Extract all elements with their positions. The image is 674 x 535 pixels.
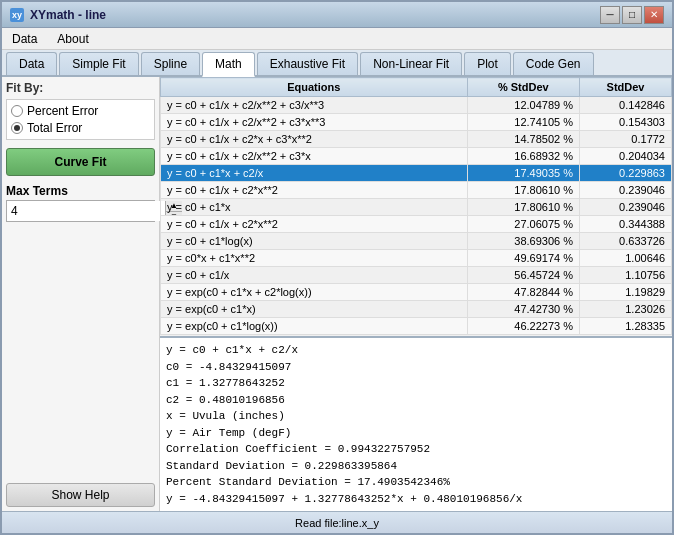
cell-pct-stddev: 12.74105 % — [467, 114, 579, 131]
cell-pct-stddev: 12.04789 % — [467, 97, 579, 114]
radio-group: Percent Error Total Error — [6, 99, 155, 140]
radio-circle-total — [11, 122, 23, 134]
table-row[interactable]: y = c0 + c1*log(x) 38.69306 % 0.633726 — [161, 233, 672, 250]
cell-stddev: 0.344388 — [580, 216, 672, 233]
radio-label-percent: Percent Error — [27, 104, 98, 118]
maximize-button[interactable]: □ — [622, 6, 642, 24]
cell-stddev: 0.1772 — [580, 131, 672, 148]
menu-about[interactable]: About — [51, 31, 94, 47]
radio-total-error[interactable]: Total Error — [11, 121, 150, 135]
cell-stddev: 1.19829 — [580, 284, 672, 301]
cell-stddev: 0.239046 — [580, 199, 672, 216]
max-terms-spinner: ▲ ▼ — [6, 200, 155, 222]
table-row[interactable]: y = c0 + c1/x + c2*x**2 27.06075 % 0.344… — [161, 216, 672, 233]
cell-pct-stddev: 47.82844 % — [467, 284, 579, 301]
tab-simple-fit[interactable]: Simple Fit — [59, 52, 138, 75]
tab-non-linear-fit[interactable]: Non-Linear Fit — [360, 52, 462, 75]
title-bar: xy XYmath - line ─ □ ✕ — [2, 2, 672, 28]
main-window: xy XYmath - line ─ □ ✕ Data About Data S… — [0, 0, 674, 535]
cell-pct-stddev: 17.80610 % — [467, 199, 579, 216]
output-line: c0 = -4.84329415097 — [166, 359, 666, 376]
cell-pct-stddev: 16.68932 % — [467, 148, 579, 165]
col-header-pct-stddev: % StdDev — [467, 78, 579, 97]
close-button[interactable]: ✕ — [644, 6, 664, 24]
right-panel: Equations % StdDev StdDev y = c0 + c1/x … — [160, 77, 672, 511]
max-terms-input[interactable] — [7, 201, 165, 221]
main-area: Fit By: Percent Error Total Error Curve … — [2, 77, 672, 511]
output-line: Percent Standard Deviation = 17.49035423… — [166, 474, 666, 491]
table-row[interactable]: y = exp(c0 + c1*x) 47.42730 % 1.23026 — [161, 301, 672, 318]
cell-equation: y = c0 + c1*x — [161, 199, 468, 216]
title-controls: ─ □ ✕ — [600, 6, 664, 24]
table-area[interactable]: Equations % StdDev StdDev y = c0 + c1/x … — [160, 77, 672, 336]
cell-pct-stddev: 17.49035 % — [467, 165, 579, 182]
show-help-button[interactable]: Show Help — [6, 483, 155, 507]
left-panel: Fit By: Percent Error Total Error Curve … — [2, 77, 160, 511]
tab-spline[interactable]: Spline — [141, 52, 200, 75]
table-row[interactable]: y = c0 + c1/x + c2/x**2 + c3/x**3 12.047… — [161, 97, 672, 114]
output-line: x = Uvula (inches) — [166, 408, 666, 425]
cell-pct-stddev: 56.45724 % — [467, 267, 579, 284]
tab-math[interactable]: Math — [202, 52, 255, 77]
radio-percent-error[interactable]: Percent Error — [11, 104, 150, 118]
cell-pct-stddev: 14.78502 % — [467, 131, 579, 148]
output-line: y = c0 + c1*x + c2/x — [166, 342, 666, 359]
cell-stddev: 1.28335 — [580, 318, 672, 335]
cell-pct-stddev: 17.80610 % — [467, 182, 579, 199]
output-line: c1 = 1.32778643252 — [166, 375, 666, 392]
cell-stddev: 0.142846 — [580, 97, 672, 114]
tab-exhaustive-fit[interactable]: Exhaustive Fit — [257, 52, 358, 75]
col-header-equations: Equations — [161, 78, 468, 97]
cell-equation: y = c0 + c1/x + c2*x**2 — [161, 216, 468, 233]
cell-pct-stddev: 38.69306 % — [467, 233, 579, 250]
tab-data[interactable]: Data — [6, 52, 57, 75]
table-row[interactable]: y = c0 + c1/x 56.45724 % 1.10756 — [161, 267, 672, 284]
table-row[interactable]: y = c0 + c1/x + c2/x**2 + c3*x 16.68932 … — [161, 148, 672, 165]
tab-plot[interactable]: Plot — [464, 52, 511, 75]
cell-equation: y = exp(c0 + c1*x) — [161, 301, 468, 318]
fit-by-label: Fit By: — [6, 81, 155, 95]
cell-pct-stddev: 46.22273 % — [467, 318, 579, 335]
cell-equation: y = c0 + c1/x + c2*x + c3*x**2 — [161, 131, 468, 148]
cell-equation: y = c0 + c1/x + c2/x**2 + c3*x — [161, 148, 468, 165]
title-bar-left: xy XYmath - line — [10, 8, 106, 22]
menu-bar: Data About — [2, 28, 672, 50]
cell-pct-stddev: 49.69174 % — [467, 250, 579, 267]
cell-stddev: 0.154303 — [580, 114, 672, 131]
table-row[interactable]: y = c0*x + c1*x**2 49.69174 % 1.00646 — [161, 250, 672, 267]
output-line: c2 = 0.48010196856 — [166, 392, 666, 409]
status-bar: Read file:line.x_y — [2, 511, 672, 533]
menu-data[interactable]: Data — [6, 31, 43, 47]
cell-equation: y = c0 + c1*x + c2/x — [161, 165, 468, 182]
col-header-stddev: StdDev — [580, 78, 672, 97]
cell-equation: y = c0 + c1/x + c2/x**2 + c3/x**3 — [161, 97, 468, 114]
radio-circle-percent — [11, 105, 23, 117]
cell-pct-stddev: 27.06075 % — [467, 216, 579, 233]
minimize-button[interactable]: ─ — [600, 6, 620, 24]
curve-fit-button[interactable]: Curve Fit — [6, 148, 155, 176]
cell-stddev: 1.00646 — [580, 250, 672, 267]
cell-equation: y = exp(c0 + c1*x + c2*log(x)) — [161, 284, 468, 301]
cell-equation: y = c0 + c1*log(x) — [161, 233, 468, 250]
table-row[interactable]: y = c0 + c1/x + c2/x**2 + c3*x**3 12.741… — [161, 114, 672, 131]
table-row[interactable]: y = c0 + c1/x + c2*x**2 17.80610 % 0.239… — [161, 182, 672, 199]
cell-pct-stddev: 47.42730 % — [467, 301, 579, 318]
table-row[interactable]: y = c0 + c1*x 17.80610 % 0.239046 — [161, 199, 672, 216]
status-text: Read file:line.x_y — [295, 517, 379, 529]
table-row[interactable]: y = exp(c0 + c1*log(x)) 46.22273 % 1.283… — [161, 318, 672, 335]
max-terms-label: Max Terms — [6, 184, 155, 198]
app-icon: xy — [10, 8, 24, 22]
output-line: Standard Deviation = 0.229863395864 — [166, 458, 666, 475]
cell-equation: y = c0*x + c1*x**2 — [161, 250, 468, 267]
window-title: XYmath - line — [30, 8, 106, 22]
equations-table: Equations % StdDev StdDev y = c0 + c1/x … — [160, 77, 672, 335]
table-row[interactable]: y = c0 + c1*x + c2/x 17.49035 % 0.229863 — [161, 165, 672, 182]
radio-label-total: Total Error — [27, 121, 82, 135]
cell-equation: y = exp(c0 + c1*log(x)) — [161, 318, 468, 335]
table-row[interactable]: y = exp(c0 + c1*x + c2*log(x)) 47.82844 … — [161, 284, 672, 301]
tabs-bar: Data Simple Fit Spline Math Exhaustive F… — [2, 50, 672, 77]
tab-code-gen[interactable]: Code Gen — [513, 52, 594, 75]
cell-equation: y = c0 + c1/x + c2*x**2 — [161, 182, 468, 199]
cell-equation: y = c0 + c1/x + c2/x**2 + c3*x**3 — [161, 114, 468, 131]
table-row[interactable]: y = c0 + c1/x + c2*x + c3*x**2 14.78502 … — [161, 131, 672, 148]
